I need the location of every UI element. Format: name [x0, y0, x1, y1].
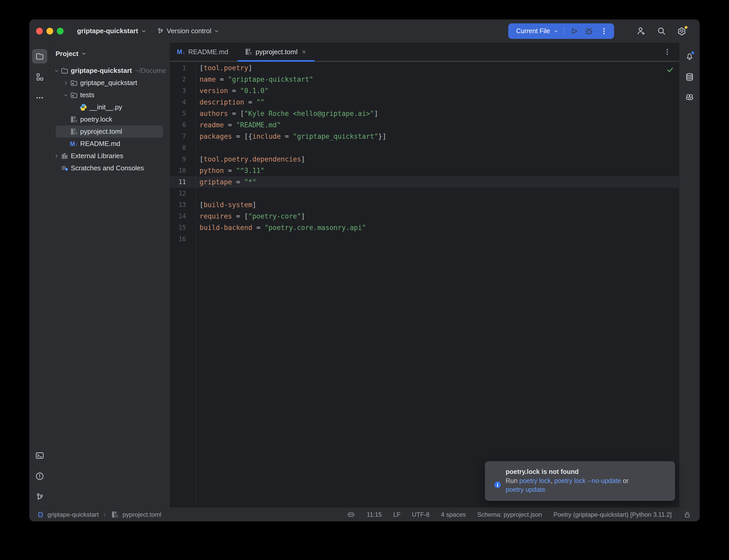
notification-link[interactable]: poetry update	[506, 486, 545, 493]
tool-stripe-project-folder-button[interactable]	[32, 49, 47, 64]
project-tool-window: Project griptape-quickstart~/Documegript…	[50, 43, 170, 507]
traffic-lights	[36, 28, 64, 34]
close-window-button[interactable]	[36, 28, 43, 34]
code-line-15[interactable]: 15build-backend = "poetry.core.masonry.a…	[170, 222, 679, 233]
code-line-7[interactable]: 7packages = [{include = "griptape_quicks…	[170, 131, 679, 142]
run-config-selector[interactable]: Current File	[516, 27, 564, 35]
line-number: 5	[170, 110, 196, 117]
code-line-10[interactable]: 10python = "^3.11"	[170, 165, 679, 176]
code-line-8[interactable]: 8	[170, 142, 679, 153]
minimize-window-button[interactable]	[46, 28, 53, 34]
project-panel-header[interactable]: Project	[50, 43, 170, 65]
tool-stripe-notifications-button[interactable]	[682, 49, 697, 64]
code-line-13[interactable]: 13[build-system]	[170, 199, 679, 211]
breadcrumb-item[interactable]: pyproject.toml	[122, 511, 161, 518]
code-line-11[interactable]: 11griptape = "*"	[170, 176, 679, 188]
tool-stripe-ai-assistant-button[interactable]	[682, 90, 697, 105]
tool-stripe-version-control-button[interactable]	[32, 490, 47, 504]
project-widget[interactable]: griptape-quickstart	[77, 27, 147, 35]
tab-label: README.md	[188, 48, 228, 56]
tree-item--init-py[interactable]: __init__.py	[50, 101, 170, 113]
line-number: 15	[170, 224, 196, 231]
statusbar-item[interactable]: UTF-8	[412, 511, 430, 518]
tree-item-readme-md[interactable]: M↓README.md	[50, 138, 170, 150]
markdown-icon: M↓	[177, 49, 185, 55]
tree-item-label: External Libraries	[71, 152, 123, 160]
svg-text:[T]: [T]	[114, 515, 119, 518]
tree-item-pyproject-toml[interactable]: [T]pyproject.toml	[56, 125, 163, 138]
statusbar-item[interactable]: Schema: pyproject.json	[477, 511, 542, 518]
notification-link[interactable]: poetry lock	[519, 477, 551, 484]
settings-update-badge	[684, 25, 688, 30]
line-number: 10	[170, 167, 196, 174]
line-number: 16	[170, 235, 196, 243]
line-number: 11	[170, 178, 196, 186]
code-line-14[interactable]: 14requires = ["poetry-core"]	[170, 211, 679, 222]
notification-link[interactable]: poetry lock --no-update	[554, 477, 621, 484]
statusbar-item[interactable]: Poetry (griptape-quickstart) [Python 3.1…	[553, 511, 672, 518]
code-line-5[interactable]: 5authors = ["Kyle Roche <hello@griptape.…	[170, 108, 679, 119]
write-access-unlocked-icon[interactable]	[683, 510, 691, 519]
main-area: Project griptape-quickstart~/Documegript…	[29, 43, 700, 507]
toml-icon: [T]	[70, 128, 78, 136]
notification-text: ,	[551, 477, 554, 484]
statusbar-item[interactable]: 11:15	[367, 511, 382, 518]
chevron-right-icon[interactable]	[53, 153, 60, 159]
code-line-2[interactable]: 2name = "griptape-quickstart"	[170, 74, 679, 85]
notifications-badge	[691, 51, 695, 55]
vcs-widget[interactable]: Version control	[157, 27, 220, 35]
copilot-status-icon[interactable]	[347, 510, 355, 519]
statusbar-item[interactable]: 4 spaces	[441, 511, 466, 518]
line-number: 7	[170, 133, 196, 140]
notification-balloon[interactable]: poetry.lock is not found Run poetry lock…	[485, 461, 675, 501]
debug-button[interactable]	[581, 24, 596, 39]
gutter-separator	[196, 62, 196, 507]
run-button[interactable]	[566, 24, 581, 39]
search-button[interactable]	[654, 23, 670, 39]
statusbar-item[interactable]: LF	[393, 511, 401, 518]
ide-window: griptape-quickstart Version control Curr…	[29, 19, 700, 521]
tree-item-tests[interactable]: tests	[50, 89, 170, 101]
code-line-3[interactable]: 3version = "0.1.0"	[170, 85, 679, 96]
tool-stripe-terminal-button[interactable]	[32, 448, 47, 463]
code-editor[interactable]: 1[tool.poetry]2name = "griptape-quicksta…	[170, 62, 679, 507]
code-line-9[interactable]: 9[tool.poetry.dependencies]	[170, 153, 679, 165]
code-line-16[interactable]: 16	[170, 233, 679, 245]
code-line-4[interactable]: 4description = ""	[170, 96, 679, 108]
notification-body: Run poetry lock, poetry lock --no-update…	[506, 476, 629, 494]
tree-item-griptape-quickstart[interactable]: griptape_quickstart	[50, 77, 170, 89]
code-text: packages = [{include = "griptape_quickst…	[196, 132, 386, 140]
code-line-6[interactable]: 6readme = "README.md"	[170, 119, 679, 131]
settings-button[interactable]	[674, 23, 690, 39]
tree-item-scratches-and-consoles[interactable]: Scratches and Consoles	[50, 162, 170, 174]
chevron-down-icon[interactable]	[53, 68, 60, 74]
code-line-1[interactable]: 1[tool.poetry]	[170, 62, 679, 74]
inspections-ok-icon[interactable]	[666, 66, 674, 74]
add-user-button[interactable]	[633, 23, 649, 39]
breadcrumbs: griptape-quickstart[T]pyproject.toml	[37, 511, 161, 519]
code-line-12[interactable]: 12	[170, 188, 679, 199]
tool-stripe-more-button[interactable]	[32, 90, 47, 105]
tool-stripe-database-button[interactable]	[682, 70, 697, 84]
editor-tab-pyproject-toml[interactable]: [T]pyproject.toml	[237, 43, 315, 61]
run-widget: Current File	[508, 23, 614, 39]
tab-options-button[interactable]	[663, 43, 672, 61]
tree-item-external-libraries[interactable]: External Libraries	[50, 150, 170, 162]
chevron-down-icon[interactable]	[62, 92, 69, 98]
zoom-window-button[interactable]	[57, 28, 64, 34]
close-tab-icon[interactable]	[301, 48, 307, 55]
tool-stripe-structure-button[interactable]	[32, 70, 47, 84]
statusbar-widgets: 11:15LFUTF-84 spacesSchema: pyproject.js…	[347, 510, 691, 519]
more-run-options-button[interactable]	[596, 24, 612, 39]
line-number: 3	[170, 87, 196, 94]
tree-item-path: ~/Docume	[135, 67, 166, 75]
code-text: name = "griptape-quickstart"	[196, 75, 313, 83]
tool-stripe-problems-button[interactable]	[32, 469, 47, 484]
editor-tab-readme-md[interactable]: M↓README.md	[170, 43, 237, 61]
chevron-right-icon[interactable]	[62, 80, 69, 86]
breadcrumb-item[interactable]: griptape-quickstart	[47, 511, 99, 518]
library-icon	[60, 152, 69, 160]
tree-item-poetry-lock[interactable]: [T]poetry.lock	[50, 113, 170, 125]
chevron-down-icon	[141, 28, 147, 34]
tree-item-griptape-quickstart[interactable]: griptape-quickstart~/Docume	[50, 65, 170, 77]
